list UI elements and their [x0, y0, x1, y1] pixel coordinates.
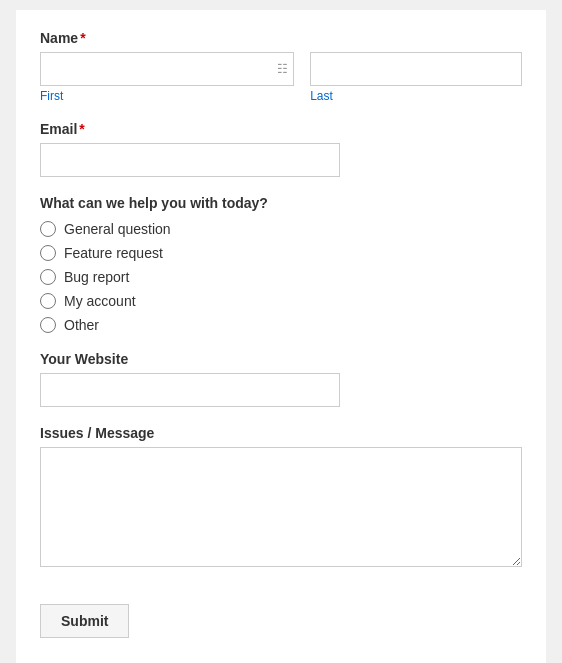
radio-other-input[interactable]	[40, 317, 56, 333]
radio-general-input[interactable]	[40, 221, 56, 237]
name-field-group: Name* ☷ First Last	[40, 30, 522, 103]
name-label: Name*	[40, 30, 522, 46]
contact-form: Name* ☷ First Last Email* What can we he…	[16, 10, 546, 663]
first-sub-label: First	[40, 89, 294, 103]
email-field-group: Email*	[40, 121, 522, 177]
help-question: What can we help you with today?	[40, 195, 522, 211]
radio-feature-input[interactable]	[40, 245, 56, 261]
last-name-wrap: Last	[310, 52, 522, 103]
help-topic-group: What can we help you with today? General…	[40, 195, 522, 333]
radio-other-label: Other	[64, 317, 99, 333]
first-name-input[interactable]	[40, 52, 294, 86]
radio-account-label: My account	[64, 293, 136, 309]
first-input-wrap: ☷	[40, 52, 294, 86]
last-sub-label: Last	[310, 89, 522, 103]
radio-bug-input[interactable]	[40, 269, 56, 285]
message-field-group: Issues / Message	[40, 425, 522, 570]
radio-feature[interactable]: Feature request	[40, 245, 522, 261]
message-textarea[interactable]	[40, 447, 522, 567]
last-name-input[interactable]	[310, 52, 522, 86]
radio-general-label: General question	[64, 221, 171, 237]
website-input[interactable]	[40, 373, 340, 407]
email-input[interactable]	[40, 143, 340, 177]
website-label: Your Website	[40, 351, 522, 367]
radio-bug[interactable]: Bug report	[40, 269, 522, 285]
message-label: Issues / Message	[40, 425, 522, 441]
radio-general[interactable]: General question	[40, 221, 522, 237]
website-field-group: Your Website	[40, 351, 522, 407]
first-name-wrap: ☷ First	[40, 52, 294, 103]
radio-feature-label: Feature request	[64, 245, 163, 261]
radio-group: General question Feature request Bug rep…	[40, 221, 522, 333]
name-row: ☷ First Last	[40, 52, 522, 103]
submit-button[interactable]: Submit	[40, 604, 129, 638]
radio-other[interactable]: Other	[40, 317, 522, 333]
email-label: Email*	[40, 121, 522, 137]
radio-account-input[interactable]	[40, 293, 56, 309]
radio-bug-label: Bug report	[64, 269, 129, 285]
radio-account[interactable]: My account	[40, 293, 522, 309]
